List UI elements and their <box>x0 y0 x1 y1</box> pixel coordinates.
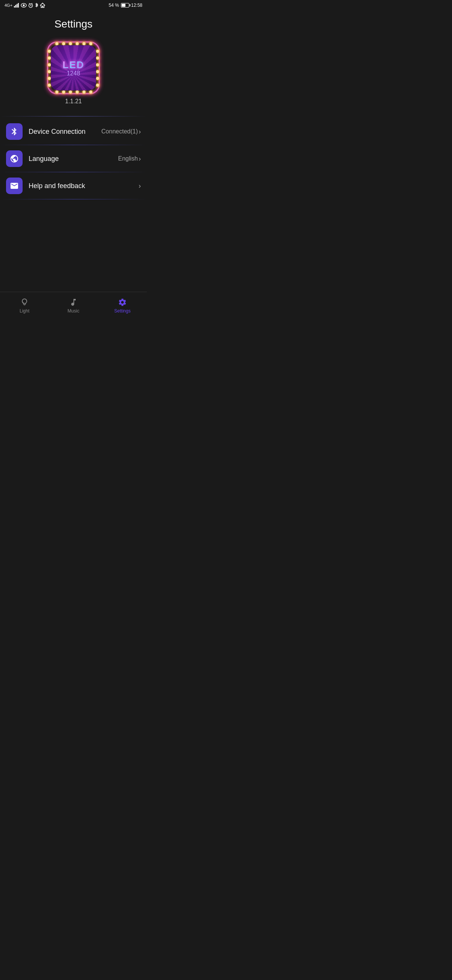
led-dot <box>76 42 79 45</box>
svg-line-10 <box>32 3 32 4</box>
nav-item-settings[interactable]: Settings <box>98 295 147 317</box>
app-logo-area: LED 1248 1.1.21 <box>0 34 147 116</box>
language-label: Language <box>29 155 118 163</box>
led-dot <box>89 91 92 94</box>
led-dot <box>82 91 86 94</box>
language-value: English › <box>118 155 141 163</box>
led-dot <box>48 57 51 60</box>
led-dot <box>48 77 51 80</box>
svg-point-5 <box>23 5 25 6</box>
led-dot <box>96 77 99 80</box>
language-icon-box <box>6 150 22 167</box>
settings-list: Device Connection Connected(1) › Languag… <box>0 118 147 199</box>
alarm-icon <box>28 3 33 8</box>
mail-item-icon <box>10 181 19 190</box>
bottom-nav: Light Music Settings <box>0 292 147 319</box>
home-status-icon <box>40 3 45 8</box>
settings-nav-label: Settings <box>114 308 130 313</box>
app-icon-text: LED <box>62 59 84 71</box>
top-divider <box>0 116 147 116</box>
help-feedback-value: › <box>139 182 141 190</box>
svg-rect-2 <box>17 4 18 8</box>
led-dot <box>96 63 99 66</box>
battery-icon <box>121 3 129 8</box>
led-dot <box>56 91 59 94</box>
led-dot <box>62 91 65 94</box>
nav-item-light[interactable]: Light <box>0 295 49 317</box>
settings-nav-icon <box>118 298 127 307</box>
svg-line-9 <box>29 3 30 4</box>
device-connection-icon-box <box>6 123 22 140</box>
led-dot <box>56 42 59 45</box>
led-dot <box>48 63 51 66</box>
eye-icon <box>21 3 27 8</box>
led-dot <box>62 42 65 45</box>
device-connection-value: Connected(1) › <box>102 128 141 136</box>
status-bar: 4G+ 54 % 12: <box>0 0 147 11</box>
status-right: 54 % 12:58 <box>109 3 143 8</box>
app-icon-wrapper: LED 1248 <box>47 41 100 94</box>
light-nav-label: Light <box>20 308 29 313</box>
signal-icon <box>14 3 19 8</box>
svg-rect-0 <box>14 6 15 8</box>
led-dot <box>96 70 99 73</box>
led-dot <box>96 50 99 53</box>
time-display: 12:58 <box>131 3 143 8</box>
language-item[interactable]: Language English › <box>0 145 147 172</box>
language-chevron: › <box>139 155 141 163</box>
svg-line-8 <box>31 6 32 6</box>
music-nav-label: Music <box>67 308 79 313</box>
bluetooth-status-icon <box>35 3 38 8</box>
led-dot <box>69 91 72 94</box>
help-feedback-label: Help and feedback <box>29 182 139 190</box>
led-dot <box>48 84 51 87</box>
battery-percent: 54 % <box>109 3 119 8</box>
svg-marker-11 <box>40 3 45 8</box>
led-dot <box>89 42 92 45</box>
page-title: Settings <box>0 11 147 34</box>
led-dot <box>76 91 79 94</box>
bluetooth-item-icon <box>10 127 19 136</box>
divider <box>0 199 147 199</box>
svg-rect-1 <box>16 5 17 8</box>
app-icon-inner: LED 1248 <box>51 45 96 91</box>
network-indicator: 4G+ <box>5 3 13 8</box>
music-nav-icon <box>69 298 78 307</box>
light-nav-icon <box>20 298 29 307</box>
device-connection-label: Device Connection <box>29 128 102 136</box>
help-feedback-item[interactable]: Help and feedback › <box>0 172 147 199</box>
led-dot <box>96 84 99 87</box>
led-dot <box>82 42 86 45</box>
help-feedback-chevron: › <box>139 182 141 190</box>
led-dot <box>96 57 99 60</box>
device-connection-item[interactable]: Device Connection Connected(1) › <box>0 118 147 145</box>
help-icon-box <box>6 178 22 194</box>
led-dot <box>69 42 72 45</box>
led-dot <box>48 70 51 73</box>
led-dot <box>48 50 51 53</box>
app-icon-number: 1248 <box>67 70 80 77</box>
device-connection-chevron: › <box>139 128 141 136</box>
globe-item-icon <box>10 154 19 163</box>
status-left: 4G+ <box>5 3 45 8</box>
nav-item-music[interactable]: Music <box>49 295 98 317</box>
app-version: 1.1.21 <box>65 98 82 105</box>
svg-rect-3 <box>18 3 19 8</box>
